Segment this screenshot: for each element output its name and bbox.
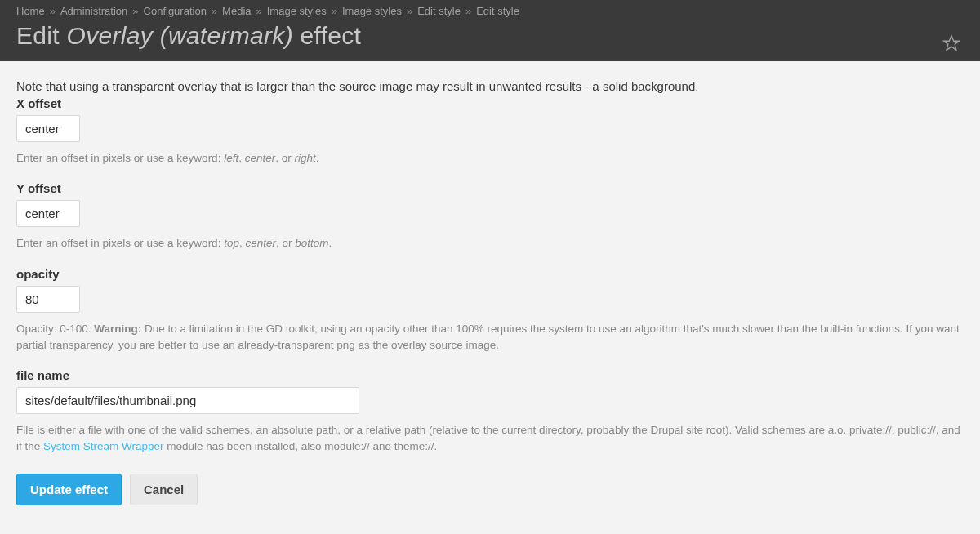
breadcrumb-separator: » [407,5,412,17]
breadcrumb-configuration[interactable]: Configuration [144,5,207,17]
x-offset-field: X offset Enter an offset in pixels or us… [16,96,964,167]
content: Note that using a transparent overlay th… [0,61,980,534]
page-title-suffix: effect [293,22,361,49]
breadcrumb-image-styles[interactable]: Image styles [267,5,327,17]
page-title-prefix: Edit [16,22,67,49]
x-offset-label: X offset [16,96,964,110]
breadcrumb-administration[interactable]: Administration [60,5,127,17]
breadcrumb-separator: » [332,5,337,17]
breadcrumb-image-styles-2[interactable]: Image styles [342,5,402,17]
page-title: Edit Overlay (watermark) effect [16,22,964,50]
file-name-description: File is either a file with one of the va… [16,422,964,456]
page-title-name: Overlay (watermark) [67,22,293,49]
star-icon[interactable] [942,34,960,55]
y-offset-description: Enter an offset in pixels or use a keywo… [16,235,964,251]
file-name-input[interactable] [16,387,359,414]
breadcrumb-media[interactable]: Media [222,5,251,17]
y-offset-input[interactable] [16,200,80,227]
page-header: Home » Administration » Configuration » … [0,0,980,61]
breadcrumb: Home » Administration » Configuration » … [16,0,964,17]
note-text: Note that using a transparent overlay th… [16,79,964,93]
breadcrumb-edit-style[interactable]: Edit style [417,5,461,17]
breadcrumb-separator: » [50,5,56,17]
x-offset-input[interactable] [16,115,80,142]
breadcrumb-separator: » [466,5,471,17]
cancel-button[interactable]: Cancel [130,474,198,505]
form-actions: Update effect Cancel [16,474,964,505]
breadcrumb-separator: » [212,5,217,17]
breadcrumb-home[interactable]: Home [16,5,45,17]
file-name-field: file name File is either a file with one… [16,368,964,456]
opacity-field: opacity Opacity: 0-100. Warning: Due to … [16,267,964,354]
system-stream-wrapper-link[interactable]: System Stream Wrapper [43,440,164,452]
update-effect-button[interactable]: Update effect [16,474,122,505]
opacity-label: opacity [16,267,964,281]
breadcrumb-separator: » [132,5,138,17]
breadcrumb-edit-style-2[interactable]: Edit style [476,5,519,17]
opacity-input[interactable] [16,286,80,313]
y-offset-field: Y offset Enter an offset in pixels or us… [16,181,964,251]
x-offset-description: Enter an offset in pixels or use a keywo… [16,150,964,167]
breadcrumb-separator: » [256,5,262,17]
svg-marker-0 [944,36,959,50]
file-name-label: file name [16,368,964,382]
opacity-description: Opacity: 0-100. Warning: Due to a limita… [16,321,964,354]
y-offset-label: Y offset [16,181,964,195]
